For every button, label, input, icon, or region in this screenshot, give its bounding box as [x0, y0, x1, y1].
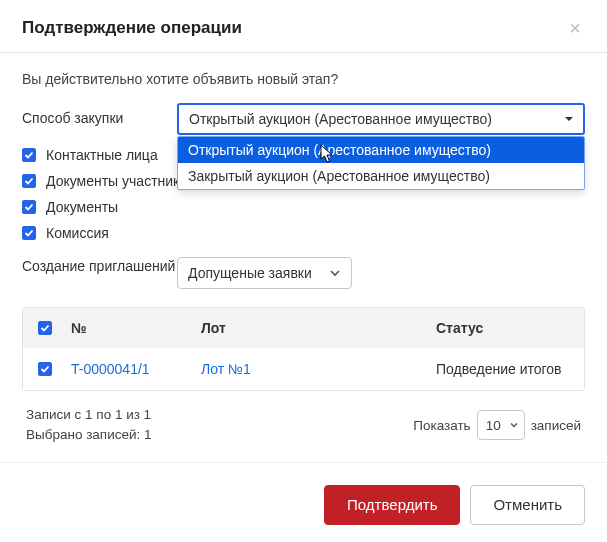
- contacts-checkbox[interactable]: [22, 148, 36, 162]
- method-row: Способ закупки Открытый аукцион (Арестов…: [22, 103, 585, 135]
- paging-info: Записи с 1 по 1 из 1 Выбрано записей: 1: [26, 405, 152, 446]
- commission-label: Комиссия: [46, 225, 109, 241]
- confirm-modal: Подтверждение операции × Вы действительн…: [0, 0, 607, 542]
- invite-label: Создание приглашений: [22, 257, 177, 277]
- records-range: Записи с 1 по 1 из 1: [26, 405, 152, 425]
- modal-footer: Подтвердить Отменить: [0, 462, 607, 543]
- invite-control: Допущеные заявки: [177, 257, 585, 289]
- per-page-value: 10: [486, 418, 501, 433]
- chevron-down-icon: [329, 267, 341, 279]
- contacts-label: Контактные лица: [46, 147, 158, 163]
- records-selected: Выбрано записей: 1: [26, 425, 152, 445]
- docs-row: Документы: [22, 199, 585, 215]
- docs-participant-checkbox[interactable]: [22, 174, 36, 188]
- docs-label: Документы: [46, 199, 118, 215]
- modal-body: Вы действительно хотите объявить новый э…: [0, 53, 607, 462]
- method-control: Открытый аукцион (Арестованное имущество…: [177, 103, 585, 135]
- invite-row: Создание приглашений Допущеные заявки: [22, 257, 585, 289]
- entries-label: записей: [531, 418, 581, 433]
- method-select[interactable]: Открытый аукцион (Арестованное имущество…: [177, 103, 585, 135]
- chevron-down-icon: [509, 420, 519, 430]
- docs-participant-label: Документы участника: [46, 173, 187, 189]
- row-lot-link[interactable]: Лот №1: [197, 361, 436, 377]
- modal-title: Подтверждение операции: [22, 18, 242, 38]
- row-status: Подведение итогов: [436, 361, 584, 377]
- chevron-down-icon: [563, 113, 575, 125]
- commission-row: Комиссия: [22, 225, 585, 241]
- grid-header: № Лот Статус: [23, 308, 584, 348]
- confirm-button[interactable]: Подтвердить: [324, 485, 460, 525]
- show-label: Показать: [413, 418, 470, 433]
- invite-select-value: Допущеные заявки: [188, 265, 312, 281]
- row-num-link[interactable]: T-0000041/1: [67, 361, 197, 377]
- header-num[interactable]: №: [67, 320, 197, 336]
- close-icon[interactable]: ×: [565, 18, 585, 38]
- header-lot[interactable]: Лот: [197, 320, 436, 336]
- method-option-closed[interactable]: Закрытый аукцион (Арестованное имущество…: [178, 163, 584, 189]
- row-check-cell: [23, 362, 67, 376]
- modal-header: Подтверждение операции ×: [0, 0, 607, 53]
- grid: № Лот Статус T-0000041/1 Лот №1 Подведен…: [22, 307, 585, 391]
- header-status[interactable]: Статус: [436, 320, 584, 336]
- method-select-value: Открытый аукцион (Арестованное имущество…: [189, 111, 492, 127]
- cancel-button[interactable]: Отменить: [470, 485, 585, 525]
- table-row: T-0000041/1 Лот №1 Подведение итогов: [23, 348, 584, 390]
- docs-checkbox[interactable]: [22, 200, 36, 214]
- method-label: Способ закупки: [22, 103, 177, 126]
- paging: Записи с 1 по 1 из 1 Выбрано записей: 1 …: [22, 391, 585, 452]
- header-check-cell: [23, 321, 67, 335]
- method-option-open[interactable]: Открытый аукцион (Арестованное имущество…: [178, 137, 584, 163]
- commission-checkbox[interactable]: [22, 226, 36, 240]
- row-checkbox[interactable]: [38, 362, 52, 376]
- per-page-select[interactable]: 10: [477, 410, 525, 440]
- confirm-prompt: Вы действительно хотите объявить новый э…: [22, 71, 585, 87]
- method-dropdown: Открытый аукцион (Арестованное имущество…: [177, 136, 585, 190]
- paging-controls: Показать 10 записей: [413, 410, 581, 440]
- invite-select[interactable]: Допущеные заявки: [177, 257, 352, 289]
- select-all-checkbox[interactable]: [38, 321, 52, 335]
